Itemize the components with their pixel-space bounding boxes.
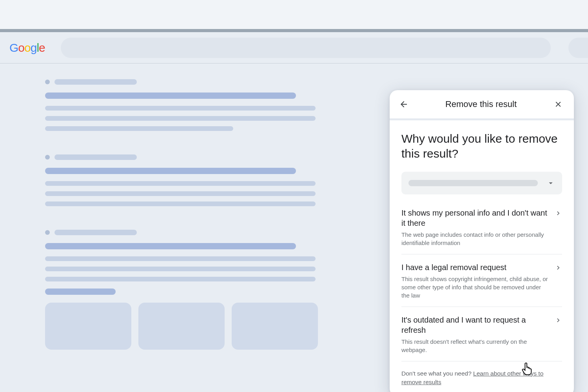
panel-question: Why would you like to remove this result… <box>401 131 562 161</box>
panel-body: Why would you like to remove this result… <box>390 120 574 392</box>
header-action-pill[interactable] <box>568 38 588 58</box>
related-card-placeholder <box>232 303 318 350</box>
option-title: I have a legal removal request <box>401 262 549 272</box>
logo-letter: o <box>18 41 24 54</box>
chevron-down-icon <box>546 179 555 187</box>
logo-letter: g <box>31 41 37 54</box>
option-title: It's outdated and I want to request a re… <box>401 315 549 335</box>
footer-note-text: Don't see what you need? <box>401 370 473 377</box>
google-logo[interactable]: G o o g l e <box>9 41 45 54</box>
option-desc: This result shows copyright infringement… <box>401 275 549 299</box>
removal-option-outdated[interactable]: It's outdated and I want to request a re… <box>401 307 562 361</box>
removal-option-personal-info[interactable]: It shows my personal info and I don't wa… <box>401 200 562 254</box>
chevron-right-icon <box>554 209 562 217</box>
logo-letter: G <box>9 41 18 54</box>
reason-dropdown[interactable] <box>401 172 562 194</box>
logo-letter: e <box>39 41 45 54</box>
option-title: It shows my personal info and I don't wa… <box>401 208 549 228</box>
panel-footer-note: Don't see what you need? Learn about oth… <box>401 361 562 387</box>
result-placeholder <box>45 154 319 206</box>
close-button[interactable] <box>551 97 565 111</box>
panel-title: Remove this result <box>445 99 517 109</box>
option-desc: The web page includes contact info or ot… <box>401 230 549 247</box>
panel-header: Remove this result <box>390 90 574 120</box>
related-card-placeholder <box>138 303 225 350</box>
removal-option-legal[interactable]: I have a legal removal request This resu… <box>401 254 562 307</box>
search-results-skeleton <box>45 79 319 373</box>
logo-letter: o <box>24 41 31 54</box>
result-placeholder <box>45 79 319 131</box>
remove-result-panel: Remove this result Why would you like to… <box>390 90 574 392</box>
chevron-right-icon <box>554 264 562 272</box>
search-header: G o o g l e <box>0 32 588 64</box>
arrow-left-icon <box>399 100 408 109</box>
result-placeholder <box>45 230 319 350</box>
window-chrome-divider <box>0 29 588 32</box>
chevron-right-icon <box>554 316 562 324</box>
search-page: G o o g l e <box>0 32 588 392</box>
close-icon <box>554 100 563 109</box>
option-desc: This result doesn't reflect what's curre… <box>401 338 549 354</box>
search-input[interactable] <box>61 38 551 58</box>
dropdown-placeholder-bar <box>408 180 538 186</box>
related-card-placeholder <box>45 303 131 350</box>
back-button[interactable] <box>397 97 411 111</box>
